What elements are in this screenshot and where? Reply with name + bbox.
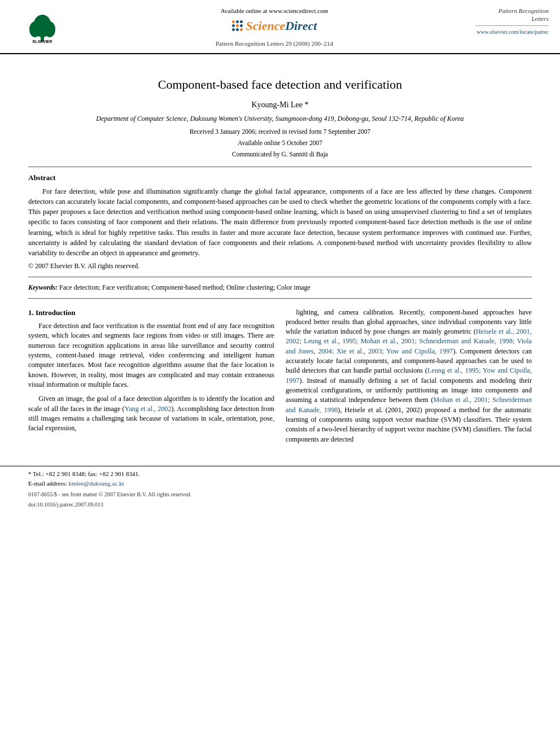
header-right: Pattern RecognitionLetters www.elsevier.… [475,7,549,53]
available-online-text: Available online at www.sciencedirect.co… [221,7,329,15]
article-title: Component-based face detection and verif… [28,77,532,93]
ref-mohan-2001: Mohan et al., 2001; Schneiderman and Kan… [286,396,532,413]
svg-text:ELSEVIER: ELSEVIER [33,40,53,43]
doi-line: doi:10.1016/j.patrec.2007.09.013 [28,501,532,509]
affiliation: Department of Computer Science, Dukssung… [28,114,532,124]
intro-paragraph-3: lighting, and camera calibration. Recent… [286,308,532,445]
ref-yang-2002: Yang et al., 2002 [125,405,172,413]
footer: * Tel.: +82 2 901 8348; fax: +82 2 901 8… [0,466,560,512]
section1-title: 1. Introduction [28,308,274,318]
header-center: Available online at www.sciencedirect.co… [73,7,475,53]
intro-paragraph-1: Face detection and face verification is … [28,321,274,390]
journal-name: Pattern RecognitionLetters [475,7,549,26]
author: Kyoung-Mi Lee * [28,99,532,111]
abstract-paragraph: For face detection, while pose and illum… [28,186,532,258]
footnote-tel: * Tel.: +82 2 901 8348; fax: +82 2 901 8… [28,470,532,478]
sciencedirect-text: ScienceDirect [246,18,317,35]
elsevier-logo-area: ELSEVIER [11,7,73,53]
sd-dots-icon [232,20,243,32]
available-date: Available online 5 October 2007 [28,138,532,147]
divider-1 [28,167,532,167]
journal-volume: Pattern Recognition Letters 29 (2008) 20… [216,40,333,48]
svg-point-2 [29,21,41,37]
keywords-title: Keywords: [28,283,58,291]
abstract-title: Abstract [28,173,532,183]
doi-text: doi:10.1016/j.patrec.2007.09.013 [28,501,103,509]
email-link[interactable]: kmlee@duksung.ac.kr [68,480,124,487]
left-column: 1. Introduction Face detection and face … [28,308,274,449]
footnote-email: E-mail address: kmlee@duksung.ac.kr [28,479,532,488]
issn-text: 0167-8655/$ - see front matter © 2007 El… [28,491,191,499]
intro-paragraph-2: Given an image, the goal of a face detec… [28,394,274,433]
sciencedirect-logo: ScienceDirect [232,18,317,35]
communicated-by: Communicated by G. Sanniti di Baja [28,150,532,159]
two-column-content: 1. Introduction Face detection and face … [28,308,532,449]
footer-bottom: 0167-8655/$ - see front matter © 2007 El… [28,491,532,499]
article-body: Component-based face detection and verif… [0,54,560,461]
ref-heisele-2001: Heisele et al., 2001, 2002; Leung et al.… [286,327,532,355]
keywords-text: Face detection; Face verification; Compo… [59,283,310,291]
abstract-text: For face detection, while pose and illum… [28,186,532,258]
abstract-section: Abstract For face detection, while pose … [28,173,532,271]
received-dates: Received 3 January 2006; received in rev… [28,127,532,136]
divider-2 [28,277,532,277]
ref-leung-1995: Leung et al., 1995; Yow and Cipolla, 199… [286,366,532,384]
elsevier-logo: ELSEVIER [17,10,68,44]
email-label: E-mail address: [28,480,67,487]
right-column: lighting, and camera calibration. Recent… [286,308,532,449]
svg-point-3 [44,21,55,37]
copyright: © 2007 Elsevier B.V. All rights reserved… [28,261,532,271]
website-url: www.elsevier.com/locate/patrec [476,28,549,36]
divider-3 [28,298,532,299]
header: ELSEVIER Available online at www.science… [0,0,560,54]
keywords-line: Keywords: Face detection; Face verificat… [28,283,532,292]
page: ELSEVIER Available online at www.science… [0,0,560,747]
